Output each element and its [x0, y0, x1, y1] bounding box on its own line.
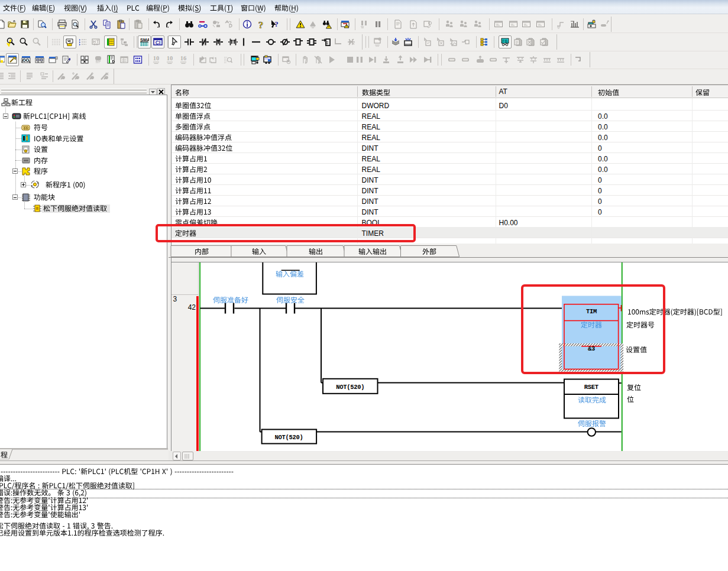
svg-text:FB: FB — [502, 39, 507, 43]
svg-text:10: 10 — [153, 55, 160, 61]
svg-text:16: 16 — [180, 55, 187, 61]
svg-text:CI: CI — [156, 40, 161, 46]
svg-text:?: ? — [274, 20, 279, 28]
svg-text:?: ? — [258, 20, 264, 29]
svg-text:10: 10 — [167, 55, 173, 61]
